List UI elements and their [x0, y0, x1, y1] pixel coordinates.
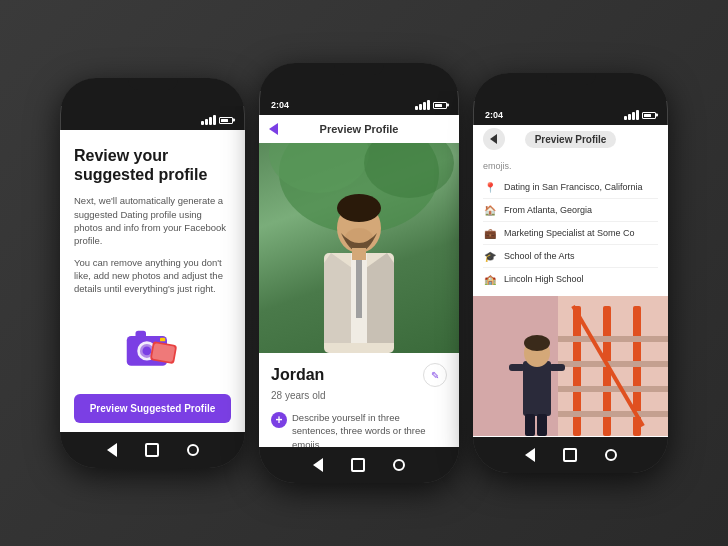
- center-top-bar: [259, 63, 459, 91]
- left-status-icons: [201, 115, 233, 125]
- right-info-section: emojis. 📍 Dating in San Francisco, Calif…: [473, 153, 668, 296]
- svg-point-3: [142, 347, 151, 356]
- right-bottom-bar: [473, 437, 668, 473]
- right-recent-nav-icon[interactable]: [605, 449, 617, 461]
- svg-point-15: [337, 194, 381, 222]
- person-illustration: [259, 143, 459, 353]
- info-location-text: Dating in San Francisco, California: [504, 182, 643, 192]
- right-profile-photo: [473, 296, 668, 436]
- right-header-title: Preview Profile: [525, 131, 617, 148]
- info-hometown-text: From Atlanta, Georgia: [504, 205, 592, 215]
- svg-rect-29: [525, 414, 535, 436]
- info-school2-text: Lincoln High School: [504, 274, 584, 284]
- profile-age: 28 years old: [271, 390, 447, 401]
- left-bottom-bar: [60, 432, 245, 468]
- left-illustration: [74, 319, 231, 374]
- svg-rect-23: [558, 336, 668, 342]
- preview-suggested-profile-button[interactable]: Preview Suggested Profile: [74, 394, 231, 423]
- battery-icon: [219, 117, 233, 124]
- svg-rect-34: [549, 364, 565, 371]
- left-top-bar: [60, 78, 245, 106]
- center-time: 2:04: [271, 100, 289, 110]
- center-status-bar: 2:04: [259, 95, 459, 115]
- svg-rect-33: [509, 364, 525, 371]
- center-recent-nav-icon[interactable]: [393, 459, 405, 471]
- right-back-nav-icon[interactable]: [525, 448, 535, 462]
- right-back-icon: [490, 134, 497, 144]
- profile-name: Jordan: [271, 366, 324, 384]
- left-desc2: You can remove anything you don't like, …: [74, 256, 231, 296]
- info-row-school2: 🏫 Lincoln High School: [483, 268, 658, 290]
- info-job-text: Marketing Specialist at Some Co: [504, 228, 635, 238]
- right-signal-icon: [624, 110, 639, 120]
- edit-profile-icon[interactable]: ✎: [423, 363, 447, 387]
- center-battery-icon: [433, 102, 447, 109]
- scene: Review your suggested profile Next, we'l…: [0, 0, 728, 546]
- svg-rect-30: [537, 414, 547, 436]
- info-row-hometown: 🏠 From Atlanta, Georgia: [483, 199, 658, 222]
- right-status-icons: [624, 110, 656, 120]
- svg-rect-4: [135, 331, 146, 338]
- right-status-bar: 2:04: [473, 105, 668, 125]
- work-icon: 💼: [483, 226, 497, 240]
- svg-rect-17: [352, 248, 366, 260]
- right-time: 2:04: [485, 110, 503, 120]
- signal-icon: [201, 115, 216, 125]
- right-top-label: emojis.: [483, 161, 658, 171]
- info-row-location: 📍 Dating in San Francisco, California: [483, 176, 658, 199]
- describe-row: + Describe yourself in three sentences, …: [271, 411, 447, 447]
- home-nav-icon[interactable]: [145, 443, 159, 457]
- recent-nav-icon[interactable]: [187, 444, 199, 456]
- back-nav-icon[interactable]: [107, 443, 117, 457]
- left-notch: [128, 78, 178, 90]
- phone-right: 2:04 Preview Profile: [473, 73, 668, 473]
- add-description-icon[interactable]: +: [271, 412, 287, 428]
- right-screen: Preview Profile emojis. 📍 Dating in San …: [473, 125, 668, 437]
- right-save-row: Save: [473, 436, 668, 437]
- right-back-circle[interactable]: [483, 128, 505, 150]
- left-title: Review your suggested profile: [74, 146, 231, 184]
- info-school1-text: School of the Arts: [504, 251, 575, 261]
- info-row-school1: 🎓 School of the Arts: [483, 245, 658, 268]
- svg-rect-26: [558, 411, 668, 417]
- left-status-bar: [60, 110, 245, 130]
- graduate-icon: 🎓: [483, 249, 497, 263]
- right-home-nav-icon[interactable]: [563, 448, 577, 462]
- phone-center: 2:04 Preview Profile: [259, 63, 459, 483]
- center-status-icons: [415, 100, 447, 110]
- location-icon: 📍: [483, 180, 497, 194]
- right-battery-icon: [642, 112, 656, 119]
- center-notch: [334, 63, 384, 75]
- school-icon: 🏫: [483, 272, 497, 286]
- svg-point-32: [524, 335, 550, 351]
- complete-profile-manually-button[interactable]: Complete Profile Manually: [74, 431, 231, 432]
- svg-rect-13: [356, 258, 362, 318]
- center-profile-info: Jordan ✎ 28 years old + Describe yoursel…: [259, 353, 459, 447]
- center-bottom-bar: [259, 447, 459, 483]
- left-desc1: Next, we'll automatically generate a sug…: [74, 194, 231, 247]
- phone-left: Review your suggested profile Next, we'l…: [60, 78, 245, 468]
- left-screen: Review your suggested profile Next, we'l…: [60, 130, 245, 432]
- center-header-title: Preview Profile: [320, 123, 399, 135]
- describe-text: Describe yourself in three sentences, th…: [292, 411, 447, 447]
- svg-rect-25: [558, 386, 668, 392]
- right-top-bar: [473, 73, 668, 101]
- right-notch: [546, 73, 596, 85]
- center-back-icon[interactable]: [269, 123, 278, 135]
- center-back-nav-icon[interactable]: [313, 458, 323, 472]
- center-screen: Preview Profile: [259, 115, 459, 447]
- center-signal-icon: [415, 100, 430, 110]
- center-profile-photo: [259, 143, 459, 353]
- right-header: Preview Profile: [473, 125, 668, 153]
- info-row-job: 💼 Marketing Specialist at Some Co: [483, 222, 658, 245]
- svg-rect-28: [523, 361, 551, 416]
- profile-name-row: Jordan ✎: [271, 363, 447, 387]
- svg-rect-24: [558, 361, 668, 367]
- camera-illustration-icon: [118, 319, 188, 374]
- home-icon: 🏠: [483, 203, 497, 217]
- left-screen-content: Review your suggested profile Next, we'l…: [60, 130, 245, 432]
- center-header: Preview Profile: [259, 115, 459, 143]
- svg-rect-5: [160, 338, 165, 342]
- stairs-illustration: [473, 296, 668, 436]
- center-home-nav-icon[interactable]: [351, 458, 365, 472]
